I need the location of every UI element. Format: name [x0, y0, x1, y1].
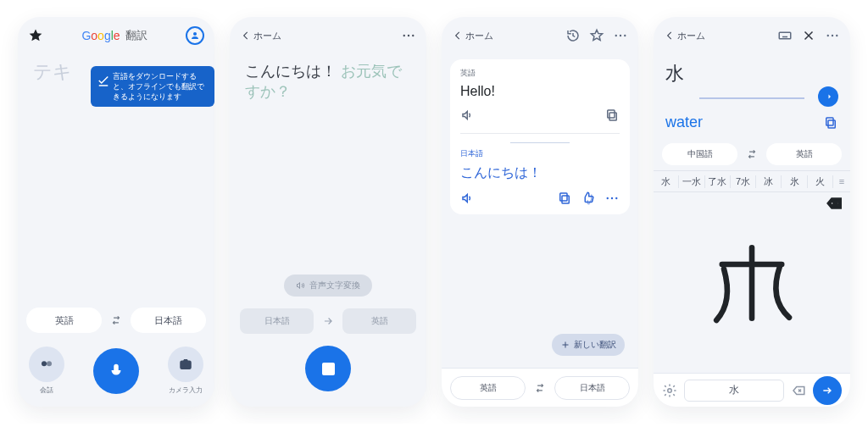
svg-rect-24: [826, 118, 833, 125]
svg-rect-19: [779, 32, 791, 39]
backspace-key-icon[interactable]: [791, 383, 806, 398]
star-icon[interactable]: [28, 28, 43, 43]
back-home-button[interactable]: ホーム: [452, 30, 493, 42]
lang-to-chip[interactable]: 日本語: [131, 308, 206, 333]
copy-target-icon[interactable]: [557, 191, 572, 206]
star-outline-icon[interactable]: [589, 28, 604, 43]
lang-to-chip[interactable]: 日本語: [554, 376, 630, 400]
svg-point-20: [827, 35, 829, 36]
bottom-bar: 英語 日本語: [442, 368, 638, 407]
back-home-button[interactable]: ホーム: [664, 30, 705, 42]
candidate[interactable]: 一水: [679, 175, 704, 188]
svg-rect-12: [609, 113, 616, 120]
lang-to-chip[interactable]: 英語: [342, 308, 416, 334]
mic-button[interactable]: [93, 348, 139, 394]
bottom-dock: 英語 日本語 会話: [18, 301, 214, 407]
enter-button[interactable]: [813, 376, 842, 405]
target-lang-label: 日本語: [460, 148, 620, 159]
svg-point-2: [47, 361, 52, 366]
svg-point-1: [42, 361, 47, 366]
download-done-icon: [96, 73, 111, 88]
more-icon[interactable]: [825, 28, 840, 43]
svg-point-17: [611, 197, 613, 199]
conversation-label: 会話: [40, 385, 53, 395]
space-key[interactable]: 水: [684, 380, 784, 402]
more-target-icon[interactable]: [604, 191, 620, 206]
svg-point-21: [832, 35, 833, 36]
keyboard-icon[interactable]: [777, 28, 793, 43]
swap-languages-button[interactable]: [743, 148, 761, 160]
candidate-bar: 水 一水 了水 7水 冰 氷 火 ≡: [654, 170, 850, 192]
spacebar-row: 水: [654, 373, 850, 407]
svg-point-8: [412, 35, 414, 36]
camera-label: カメラ入力: [169, 385, 203, 395]
candidate[interactable]: 氷: [782, 175, 807, 188]
svg-point-25: [668, 388, 672, 392]
candidate[interactable]: 水: [654, 175, 679, 188]
candidate[interactable]: 了水: [705, 175, 731, 188]
conversation-button[interactable]: [29, 347, 64, 382]
camera-button[interactable]: [168, 347, 203, 382]
lang-from-chip[interactable]: 日本語: [240, 308, 314, 334]
speaker-source-icon[interactable]: [460, 108, 476, 123]
svg-rect-23: [828, 120, 835, 128]
translate-go-button[interactable]: [818, 86, 838, 107]
screen-result: ホーム 英語 Hello!: [442, 17, 638, 407]
offline-download-tooltip[interactable]: 言語をダウンロードすると、オフラインでも翻訳できるようになります: [91, 66, 214, 107]
svg-point-6: [403, 35, 405, 36]
settings-icon[interactable]: [662, 383, 677, 398]
back-home-button[interactable]: ホーム: [240, 30, 281, 42]
voice-input-text: こんにちは！ お元気ですか？: [230, 61, 426, 102]
lang-from-chip[interactable]: 中国語: [662, 143, 737, 165]
app-title: Google 翻訳: [81, 28, 147, 43]
history-icon[interactable]: [565, 28, 581, 43]
lang-from-chip[interactable]: 英語: [450, 376, 526, 400]
stop-button[interactable]: [305, 346, 351, 391]
lang-from-chip[interactable]: 英語: [26, 308, 102, 333]
copy-source-icon[interactable]: [604, 108, 620, 123]
backspace-icon[interactable]: [826, 196, 842, 211]
input-text[interactable]: 水: [665, 61, 838, 86]
voice-to-text-pill[interactable]: 音声文字変換: [284, 274, 372, 297]
svg-point-16: [607, 197, 609, 199]
close-icon[interactable]: [801, 28, 816, 43]
handwriting-canvas[interactable]: [654, 192, 850, 373]
source-text: Hello!: [460, 84, 620, 99]
swap-languages-button[interactable]: [107, 314, 125, 326]
svg-rect-14: [562, 196, 569, 203]
candidate[interactable]: 冰: [756, 175, 782, 188]
feedback-icon[interactable]: [581, 191, 596, 206]
account-icon[interactable]: [186, 26, 204, 45]
svg-point-10: [620, 35, 621, 36]
more-icon[interactable]: [613, 28, 628, 43]
svg-rect-13: [608, 110, 615, 118]
screen-handwriting: ホーム 水: [654, 17, 850, 407]
svg-point-7: [408, 35, 409, 36]
svg-rect-15: [560, 193, 567, 201]
svg-point-5: [184, 363, 188, 368]
more-icon[interactable]: [401, 28, 416, 43]
speaker-target-icon[interactable]: [460, 191, 476, 206]
candidate[interactable]: 7水: [731, 175, 756, 188]
topbar: Google 翻訳: [18, 17, 214, 54]
translation-card: 英語 Hello! 日本語 こんにちは！: [450, 59, 630, 214]
svg-point-11: [624, 35, 626, 36]
target-text: こんにちは！: [460, 164, 620, 182]
svg-point-18: [615, 197, 617, 199]
svg-point-0: [193, 32, 197, 36]
result-text: water: [665, 107, 715, 138]
svg-point-9: [615, 35, 617, 36]
new-translation-button[interactable]: 新しい翻訳: [552, 334, 625, 356]
swap-languages-button[interactable]: [531, 382, 549, 394]
handwriting-stroke: [705, 236, 798, 330]
svg-point-22: [836, 35, 837, 36]
arrow-icon: [319, 315, 337, 327]
screen-voice-input: ホーム こんにちは！ お元気ですか？ 音声文字変換 日本語 英語: [230, 17, 426, 407]
copy-result-icon[interactable]: [823, 115, 838, 130]
source-lang-label: 英語: [460, 68, 620, 79]
screen-home: Google 翻訳 テキ 言語をダウンロードすると、オフラインでも翻訳できるよう…: [18, 17, 214, 407]
